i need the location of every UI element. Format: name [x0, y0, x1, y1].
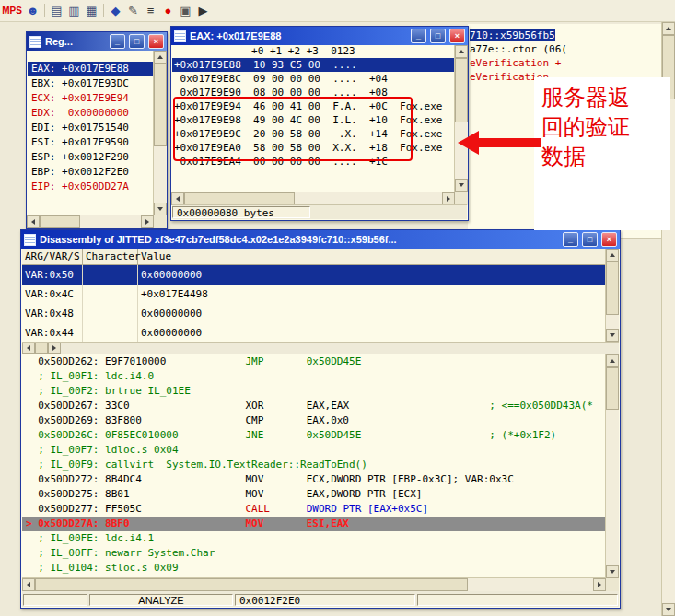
save-icon[interactable]: ▦ [83, 3, 100, 19]
minimize-icon[interactable]: _ [411, 29, 426, 43]
disasm-line[interactable]: ; IL_00F1: ldc.i4.0 [26, 369, 606, 384]
disasm-line[interactable]: ; IL_00FF: newarr System.Char [26, 546, 606, 561]
new-doc-icon[interactable]: ▤ [48, 3, 65, 19]
disasm-line[interactable]: ; IL_0104: stloc.s 0x09 [26, 561, 606, 575]
maximize-icon[interactable]: □ [430, 29, 446, 43]
variable-row[interactable]: VAR:0x500x00000000 [22, 265, 606, 285]
memory-row[interactable]: +0x017E9E94 46 00 41 00 F.A. +0C Fox.exe [172, 99, 454, 113]
scroll-up-icon[interactable] [662, 22, 675, 35]
scroll-up-icon[interactable] [455, 45, 468, 58]
scroll-left-icon[interactable] [27, 215, 40, 228]
memory-row[interactable]: +0x017E9E98 49 00 4C 00 I.L. +10 Fox.exe [172, 113, 454, 127]
variable-row[interactable]: VAR:0x4C+0x017E4498 [22, 285, 606, 304]
scrollbar-thumb[interactable] [606, 262, 619, 315]
maximize-icon[interactable]: □ [129, 34, 145, 49]
disasm-line[interactable]: 0x50DD275: 8B01 MOV EAX,DWORD PTR [ECX] [26, 487, 606, 502]
register-row[interactable]: EDI: +0x01751540 [28, 121, 154, 135]
scroll-up-icon[interactable] [154, 51, 167, 64]
scroll-up-icon[interactable] [606, 249, 619, 262]
scroll-left-icon[interactable] [22, 578, 35, 591]
scrollbar-thumb[interactable] [35, 343, 48, 354]
scroll-right-icon[interactable] [48, 343, 61, 354]
memory-horizontal-scrollbar[interactable] [171, 192, 455, 205]
column-value[interactable]: Value [138, 249, 606, 264]
splitter[interactable] [22, 342, 619, 354]
memory-row[interactable]: +0x017E9EA0 58 00 58 00 X.X. +18 Fox.exe [172, 141, 454, 155]
disasm-line[interactable]: 0x50DD269: 83F800 CMP EAX,0x0 [26, 413, 606, 428]
open-doc-icon[interactable]: ▥ [65, 3, 83, 19]
scroll-down-icon[interactable] [154, 203, 167, 215]
registers-window-titlebar[interactable]: Reg... _ □ × [27, 32, 167, 51]
memory-row[interactable]: +0x017E9E88 10 93 C5 00 .... [172, 58, 454, 72]
variable-row[interactable]: VAR:0x440x00000000 [22, 323, 606, 343]
disassembly-window-titlebar[interactable]: Disassembly of JITTED xf3e47cb7edf58dc4.… [21, 230, 620, 249]
memory-row[interactable]: +0x017E9E9C 20 00 58 00 .X. +14 Fox.exe [172, 127, 454, 141]
variable-row[interactable]: VAR:0x480x00000000 [22, 304, 606, 323]
disasm-line[interactable]: ; IL_00FE: ldc.i4.1 [26, 531, 606, 546]
scroll-up-icon[interactable] [606, 354, 619, 367]
current-instruction-line[interactable]: > 0x50DD27A: 8BF0 MOV ESI,EAX [22, 517, 606, 531]
background-text-line[interactable]: eVerification + [468, 56, 662, 70]
scrollbar-thumb[interactable] [455, 58, 468, 122]
run-icon[interactable]: ▶ [194, 3, 212, 19]
scrollbar-thumb[interactable] [154, 64, 167, 146]
minimize-icon[interactable]: _ [563, 232, 578, 247]
registers-horizontal-scrollbar[interactable] [27, 215, 154, 228]
scroll-left-icon[interactable] [171, 192, 184, 205]
listing-horizontal-scrollbar[interactable] [22, 577, 606, 591]
scrollbar-thumb[interactable] [606, 367, 619, 410]
disasm-line[interactable]: ; IL_00F9: callvirt System.IO.TextReader… [26, 458, 606, 472]
register-row[interactable]: EBX: +0x017E93DC [28, 76, 154, 91]
list-icon[interactable]: ≡ [142, 3, 159, 19]
memory-row[interactable]: 0x017E9E8C 09 00 00 00 .... +04 [172, 72, 454, 86]
disasm-line[interactable]: 0x50DD262: E9F7010000 JMP 0x50DD45E [26, 354, 606, 369]
disasm-line[interactable]: 0x50DD277: FF505C CALL DWORD PTR [EAX+0x… [26, 502, 606, 517]
disasm-line[interactable]: 0x50DD272: 8B4DC4 MOV ECX,DWORD PTR [EBP… [26, 472, 606, 487]
listing-vertical-scrollbar[interactable] [605, 354, 619, 578]
register-row[interactable]: EDX: 0x00000000 [28, 106, 154, 121]
analyze-button[interactable]: ANALYZE [89, 594, 233, 606]
scroll-down-icon[interactable] [606, 329, 619, 342]
stop-icon[interactable]: ● [159, 3, 177, 19]
scroll-down-icon[interactable] [455, 179, 468, 192]
user-icon[interactable]: ☻ [24, 3, 41, 19]
close-icon[interactable]: × [148, 34, 164, 49]
scrollbar-thumb[interactable] [40, 215, 80, 228]
close-icon[interactable]: × [601, 232, 617, 247]
scroll-left-icon[interactable] [22, 343, 35, 354]
minimize-icon[interactable]: _ [110, 34, 125, 49]
register-row[interactable]: EAX: +0x017E9E88 [28, 62, 154, 76]
column-arg-var[interactable]: ARG/VAR/S [22, 249, 83, 264]
register-row[interactable]: EIP: +0x050DD27A [28, 180, 154, 194]
disasm-line[interactable]: 0x50DD26C: 0F85EC010000 JNE 0x50DD45E ; … [26, 428, 606, 443]
memory-row[interactable]: 0x017E9EA4 00 00 00 00 .... +1C [172, 155, 454, 169]
notes-icon[interactable]: ✎ [124, 3, 142, 19]
toolbar-icons: ☻▤▥▦◆✎≡●▣▶ [24, 3, 212, 19]
scroll-right-icon[interactable] [593, 578, 606, 591]
memory-vertical-scrollbar[interactable] [454, 45, 468, 192]
disasm-line[interactable]: 0x50DD267: 33C0 XOR EAX,EAX ; <==0x050DD… [26, 399, 606, 413]
variables-vertical-scrollbar[interactable] [605, 249, 619, 342]
scrollbar-thumb[interactable] [184, 192, 295, 205]
background-text-line[interactable]: a77e::.ctor (06( [468, 42, 662, 56]
diamond-icon[interactable]: ◆ [107, 3, 124, 19]
close-icon[interactable]: × [449, 29, 465, 43]
scroll-down-icon[interactable] [662, 603, 675, 616]
scrollbar-thumb[interactable] [35, 578, 468, 591]
disasm-line[interactable]: ; IL_00F2: brtrue IL_01EE [26, 384, 606, 399]
scroll-right-icon[interactable] [141, 215, 154, 228]
scroll-right-icon[interactable] [442, 192, 455, 205]
maximize-icon[interactable]: □ [582, 232, 598, 247]
column-character[interactable]: Character [83, 249, 138, 264]
register-row[interactable]: ESI: +0x017E9590 [28, 135, 154, 150]
memory-row[interactable]: 0x017E9E90 08 00 00 00 .... +08 [172, 86, 454, 99]
register-row[interactable]: ECX: +0x017E9E94 [28, 91, 154, 106]
memory-window-titlebar[interactable]: EAX: +0x017E9E88 _ □ × [171, 27, 468, 45]
disasm-line[interactable]: ; IL_00F7: ldloc.s 0x04 [26, 443, 606, 458]
scroll-down-icon[interactable] [606, 565, 619, 578]
register-row[interactable]: ESP: +0x0012F290 [28, 150, 154, 165]
background-text-line[interactable]: 710::x59b56fb5 [468, 29, 662, 42]
printer-icon[interactable]: ▣ [177, 3, 194, 19]
registers-vertical-scrollbar[interactable] [153, 51, 167, 215]
register-row[interactable]: EBP: +0x0012F2E0 [28, 165, 154, 180]
